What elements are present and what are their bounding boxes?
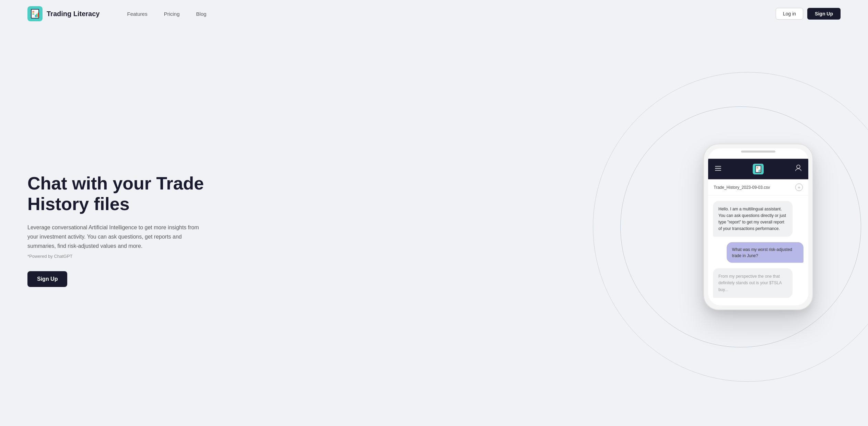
phone-frame: Trade_History_2023-09-03.csv + Hello. I … [703, 143, 813, 310]
user-icon [795, 165, 801, 173]
assistant-message-2: From my perspective the one that definit… [713, 268, 793, 298]
svg-rect-15 [756, 167, 758, 168]
hero-section: Chat with your Trade History files Lever… [0, 27, 868, 426]
user-message-1: What was my worst risk-adjusted trade in… [727, 242, 804, 263]
logo-link[interactable]: Trading Literacy [27, 6, 100, 21]
svg-rect-16 [756, 168, 758, 169]
logo-icon [27, 6, 43, 21]
svg-rect-11 [715, 170, 721, 171]
logo-text: Trading Literacy [47, 10, 100, 18]
svg-rect-10 [715, 168, 721, 169]
nav-pricing[interactable]: Pricing [164, 11, 180, 17]
svg-point-19 [797, 165, 800, 169]
phone-notch [708, 148, 808, 159]
hero-description: Leverage conversational Artificial Intel… [27, 223, 199, 251]
svg-rect-18 [760, 169, 760, 172]
add-file-icon[interactable]: + [795, 183, 803, 191]
svg-rect-17 [759, 170, 759, 172]
nav-actions: Log in Sign Up [776, 8, 841, 20]
nav-features[interactable]: Features [127, 11, 148, 17]
file-name: Trade_History_2023-09-03.csv [714, 185, 770, 189]
assistant-message-1: Hello. I am a multilingual assistant. Yo… [713, 201, 793, 237]
phone-logo-icon [753, 163, 764, 174]
phone-inner: Trade_History_2023-09-03.csv + Hello. I … [708, 148, 808, 305]
signup-hero-button[interactable]: Sign Up [27, 271, 67, 287]
svg-rect-6 [35, 15, 36, 17]
svg-rect-8 [38, 13, 39, 17]
nav-links: Features Pricing Blog [127, 11, 207, 17]
notch-bar [741, 150, 775, 152]
signup-nav-button[interactable]: Sign Up [807, 8, 841, 20]
svg-rect-3 [32, 11, 34, 12]
chat-messages: Hello. I am a multilingual assistant. Yo… [708, 195, 808, 305]
navbar: Trading Literacy Features Pricing Blog L… [0, 0, 868, 27]
hero-title: Chat with your Trade History files [27, 173, 233, 215]
svg-rect-5 [32, 14, 34, 14]
phone-mockup: Trade_History_2023-09-03.csv + Hello. I … [703, 143, 813, 310]
hero-content: Chat with your Trade History files Lever… [27, 173, 233, 287]
hero-powered-by: *Powered by ChatGPT [27, 254, 233, 259]
svg-rect-7 [36, 14, 37, 17]
file-header: Trade_History_2023-09-03.csv + [708, 179, 808, 195]
login-button[interactable]: Log in [776, 8, 803, 20]
phone-chat: Trade_History_2023-09-03.csv + Hello. I … [708, 179, 808, 305]
nav-blog[interactable]: Blog [196, 11, 207, 17]
hamburger-icon [715, 165, 721, 173]
phone-app-header [708, 159, 808, 179]
svg-rect-9 [715, 166, 721, 167]
svg-rect-4 [32, 12, 34, 13]
